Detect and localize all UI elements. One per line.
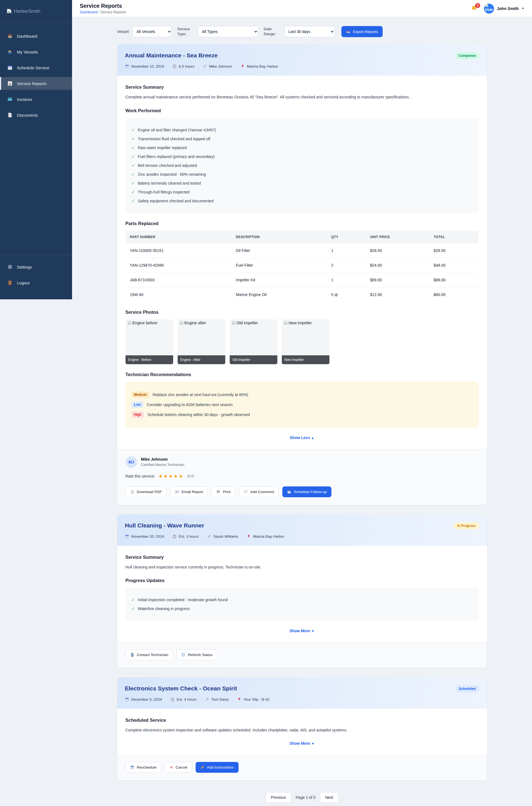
- reschedule-button[interactable]: Reschedule: [126, 762, 161, 773]
- triangle-down-icon: ▼: [311, 742, 315, 746]
- email-icon: [175, 490, 179, 494]
- report-header: Annual Maintenance - Sea Breeze Complete…: [117, 44, 487, 76]
- report-meta: December 5, 2024 Est. 4 hours Tom Davis …: [125, 697, 479, 701]
- breadcrumb: Dashboard / Service Reports: [80, 10, 126, 14]
- credit-card-icon: [7, 96, 13, 102]
- next-page-button[interactable]: Next: [320, 792, 339, 803]
- check-icon: ✓: [132, 172, 135, 176]
- report-title: Electronics System Check - Ocean Spirit: [125, 685, 237, 692]
- service-type-select[interactable]: All Types: [198, 26, 258, 37]
- page-status: Page 1 of 5: [296, 795, 316, 800]
- sidebar: HarborSmith Dashboard My Vessels Schedul…: [0, 0, 72, 299]
- unit-price-cell: $24.00: [366, 258, 430, 273]
- part-number-cell: YAN-129470-42080: [126, 258, 232, 273]
- download-pdf-button[interactable]: Download PDF: [126, 486, 167, 497]
- print-button[interactable]: Print: [211, 486, 235, 497]
- check-icon: ✓: [132, 128, 135, 132]
- description-cell: Oil Filter: [231, 243, 327, 258]
- table-row: YAN-119305-35151 Oil Filter 1 $28.50 $28…: [126, 243, 479, 258]
- sidebar-item-label: Logout: [17, 281, 30, 285]
- section-heading-parts-replaced: Parts Replaced: [126, 221, 479, 226]
- previous-page-button[interactable]: Previous: [266, 792, 291, 803]
- action-buttons: Download PDF Email Report Print Add Comm…: [126, 486, 479, 497]
- calendar-icon: [125, 535, 129, 539]
- sidebar-item-service-reports[interactable]: Service Reports: [0, 77, 72, 90]
- sidebar-item-label: My Vessels: [17, 50, 38, 54]
- check-icon: ✓: [132, 137, 135, 141]
- technician-role: Certified Marine Technician: [141, 463, 185, 467]
- sidebar-item-invoices[interactable]: Invoices: [0, 93, 72, 106]
- user-name: John Smith: [497, 6, 519, 11]
- section-heading-work-performed: Work Performed: [126, 108, 479, 113]
- broken-image-icon: [179, 321, 184, 325]
- sidebar-item-logout[interactable]: Logout: [0, 276, 72, 289]
- notifications-button[interactable]: 3: [471, 5, 478, 12]
- service-photo[interactable]: New impeller New Impeller: [282, 319, 329, 364]
- part-number-cell: YAN-119305-35151: [126, 243, 232, 258]
- report-duration: Est. 3 hours: [179, 535, 199, 539]
- technician-name: Mike Johnson: [141, 457, 185, 462]
- recommendation: High Schedule bottom cleaning within 30 …: [132, 412, 473, 418]
- sidebar-item-schedule-service[interactable]: Schedule Service: [0, 61, 72, 74]
- report-title: Hull Cleaning - Wave Runner: [125, 522, 204, 529]
- refresh-status-button[interactable]: Refresh Status: [176, 650, 217, 660]
- service-photo[interactable]: Old impeller Old Impeller: [230, 319, 277, 364]
- schedule-follow-up-button[interactable]: Schedule Follow-up: [282, 486, 331, 497]
- sidebar-item-settings[interactable]: Settings: [0, 261, 72, 273]
- star-rating[interactable]: ★★★★★: [158, 473, 184, 479]
- wrench-icon: [203, 64, 207, 69]
- check-icon: ✓: [132, 181, 135, 185]
- column-header: DESCRIPTION: [231, 231, 327, 243]
- sidebar-item-dashboard[interactable]: Dashboard: [0, 30, 72, 42]
- photo-caption: Engine - Before: [126, 355, 173, 364]
- show-more-link[interactable]: Show More ▼: [126, 629, 479, 633]
- broken-image-icon: [127, 321, 132, 325]
- work-item: ✓Transmission fluid checked and topped o…: [132, 137, 473, 141]
- vessel-select[interactable]: All Vessels: [132, 26, 172, 37]
- contact-technician-button[interactable]: Contact Technician: [126, 650, 173, 660]
- technician-info: MJ Mike Johnson Certified Marine Technic…: [126, 456, 479, 468]
- report-date: November 20, 2024: [131, 535, 164, 539]
- report-duration: 6.5 hours: [179, 64, 194, 69]
- report-header: Electronics System Check - Ocean Spirit …: [117, 677, 487, 709]
- section-heading-scheduled-service: Scheduled Service: [126, 717, 479, 723]
- logo: HarborSmith: [0, 0, 72, 22]
- sidebar-item-my-vessels[interactable]: My Vessels: [0, 45, 72, 58]
- show-less-link[interactable]: Show Less ▲: [126, 435, 479, 440]
- priority-badge-high: High: [132, 412, 144, 418]
- rating-label: Rate this service:: [126, 474, 155, 479]
- service-photo[interactable]: Engine before Engine - Before: [126, 319, 173, 364]
- cancel-button[interactable]: Cancel: [165, 762, 192, 773]
- refresh-icon: [181, 653, 185, 657]
- show-more-link[interactable]: Show More ▼: [126, 741, 479, 746]
- recommendation-text: Schedule bottom cleaning within 30 days …: [147, 412, 250, 417]
- report-footer: Reschedule Cancel Add Instructions: [117, 755, 487, 781]
- column-header: UNIT PRICE: [366, 231, 430, 243]
- rating-value: (5.0): [187, 474, 194, 478]
- add-instructions-button[interactable]: Add Instructions: [196, 762, 239, 773]
- date-range-select[interactable]: Last 30 days: [284, 26, 335, 37]
- status-badge: Completed: [455, 52, 479, 59]
- report-header: Hull Cleaning - Wave Runner In Progress …: [117, 514, 487, 546]
- stopwatch-icon: [170, 697, 174, 701]
- service-photo[interactable]: Engine after Engine - After: [177, 319, 225, 364]
- pin-icon: [247, 535, 251, 539]
- sidebar-item-documents[interactable]: Documents: [0, 109, 72, 121]
- report-card-annual-maintenance: Annual Maintenance - Sea Breeze Complete…: [117, 44, 487, 505]
- sidebar-footer: Settings Logout: [0, 255, 72, 292]
- add-comment-button[interactable]: Add Comment: [239, 486, 279, 497]
- stopwatch-icon: [172, 535, 176, 539]
- breadcrumb-dashboard-link[interactable]: Dashboard: [80, 10, 97, 14]
- qty-cell: 1: [327, 243, 365, 258]
- unit-price-cell: $28.50: [366, 243, 430, 258]
- email-report-button[interactable]: Email Report: [170, 486, 208, 497]
- export-reports-button[interactable]: Export Reports: [341, 26, 383, 37]
- user-menu[interactable]: User John Smith ▼: [484, 4, 524, 14]
- sidebar-item-label: Service Reports: [17, 81, 46, 86]
- header-right: 3 User John Smith ▼: [471, 4, 524, 14]
- document-icon: [7, 112, 13, 118]
- report-meta: November 10, 2024 6.5 hours Mike Johnson…: [125, 64, 479, 69]
- sidebar-item-label: Invoices: [17, 97, 32, 102]
- work-item: ✓Belt tension checked and adjusted: [132, 163, 473, 168]
- pagination: Previous Page 1 of 5 Next: [117, 792, 487, 803]
